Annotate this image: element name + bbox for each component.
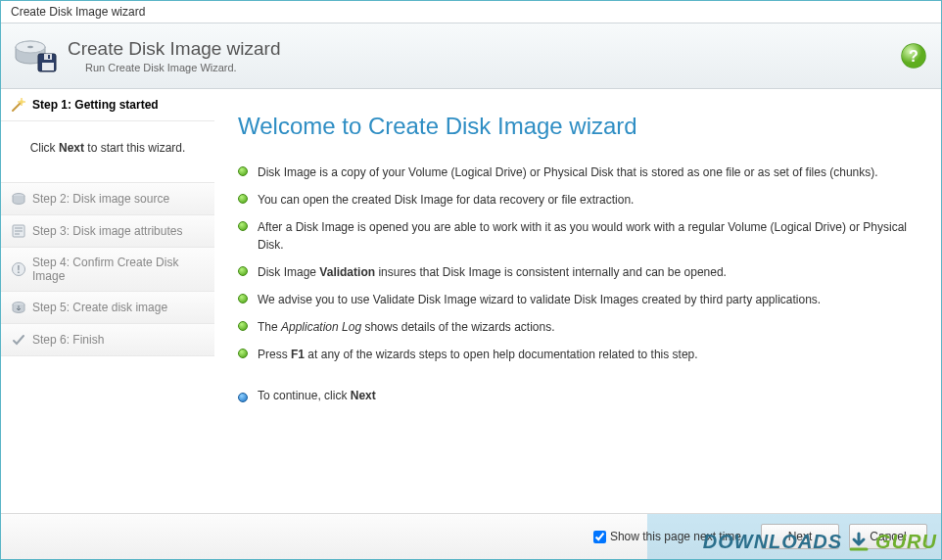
bullet-text: Disk Image is a copy of your Volume (Log… — [258, 163, 878, 181]
confirm-icon: ! — [11, 261, 26, 277]
sidebar-step-6[interactable]: Step 6: Finish — [1, 324, 214, 356]
bullet-item: We advise you to use Validate Disk Image… — [238, 291, 914, 308]
svg-text:?: ? — [909, 48, 918, 65]
bullet-item: Press F1 at any of the wizards steps to … — [238, 346, 914, 363]
bullet-item: You can open the created Disk Image for … — [238, 191, 914, 209]
svg-rect-6 — [42, 63, 54, 70]
bullet-dot-icon — [238, 294, 248, 303]
disk-image-icon — [15, 36, 58, 75]
sidebar-step-label: Step 1: Getting started — [32, 98, 159, 112]
bullet-text: After a Disk Image is opened you are abl… — [258, 218, 914, 254]
sidebar-step-1[interactable]: Step 1: Getting started — [1, 89, 214, 121]
sidebar-step-label: Step 2: Disk image source — [32, 192, 169, 206]
bullet-dot-icon — [238, 349, 248, 358]
sidebar-step-label: Step 4: Confirm Create Disk Image — [32, 256, 205, 283]
bullet-text: Disk Image Validation insures that Disk … — [258, 263, 727, 281]
sidebar-step-label: Step 6: Finish — [32, 333, 104, 347]
show-next-time[interactable]: Show this page next time — [593, 530, 741, 543]
sidebar-step-label: Step 3: Disk image attributes — [32, 224, 182, 238]
header-subtitle: Run Create Disk Image Wizard. — [85, 62, 281, 73]
sidebar-instruction: Click Next to start this wizard. — [1, 121, 214, 183]
bullet-text: We advise you to use Validate Disk Image… — [258, 291, 821, 308]
finish-check-icon — [11, 332, 26, 348]
attributes-icon — [11, 223, 26, 239]
svg-text:!: ! — [17, 264, 20, 275]
arrow-bullet-icon — [238, 393, 248, 402]
bullet-dot-icon — [238, 221, 248, 231]
wizard-sidebar: Step 1: Getting started Click Next to st… — [1, 89, 214, 513]
bullet-dot-icon — [238, 321, 248, 331]
welcome-title: Welcome to Create Disk Image wizard — [238, 113, 914, 140]
bullet-item: After a Disk Image is opened you are abl… — [238, 218, 914, 254]
disk-source-icon — [11, 191, 26, 207]
bullet-text: You can open the created Disk Image for … — [258, 191, 634, 209]
sidebar-step-5[interactable]: Step 5: Create disk image — [1, 292, 214, 324]
continue-instruction: To continue, click Next — [238, 389, 914, 402]
sidebar-step-label: Step 5: Create disk image — [32, 301, 167, 314]
window-title: Create Disk Image wizard — [11, 5, 145, 19]
bullet-item: Disk Image is a copy of your Volume (Log… — [238, 163, 914, 181]
next-button[interactable]: Next — [761, 524, 839, 549]
show-next-label: Show this page next time — [610, 530, 741, 543]
bullet-dot-icon — [238, 266, 248, 276]
show-next-checkbox[interactable] — [593, 531, 606, 543]
bullet-list: Disk Image is a copy of your Volume (Log… — [238, 163, 914, 363]
window-titlebar: Create Disk Image wizard — [1, 1, 941, 23]
continue-text: To continue, click Next — [258, 389, 376, 402]
header-title: Create Disk Image wizard — [68, 38, 281, 60]
sidebar-step-4[interactable]: ! Step 4: Confirm Create Disk Image — [1, 248, 214, 292]
svg-point-2 — [27, 46, 33, 48]
bullet-dot-icon — [238, 194, 248, 204]
wizard-header: Create Disk Image wizard Run Create Disk… — [1, 23, 941, 89]
cancel-button[interactable]: Cancel — [849, 524, 927, 549]
svg-point-10 — [20, 100, 24, 104]
bullet-item: The Application Log shows details of the… — [238, 318, 914, 336]
wizard-footer: Show this page next time Next Cancel DOW… — [1, 513, 941, 559]
bullet-item: Disk Image Validation insures that Disk … — [238, 263, 914, 281]
bullet-text: Press F1 at any of the wizards steps to … — [258, 346, 698, 363]
create-icon — [11, 300, 26, 315]
help-button[interactable]: ? — [900, 42, 927, 70]
wand-icon — [11, 97, 26, 113]
sidebar-step-2[interactable]: Step 2: Disk image source — [1, 183, 214, 215]
bullet-text: The Application Log shows details of the… — [258, 318, 555, 336]
svg-rect-5 — [48, 55, 50, 59]
bullet-dot-icon — [238, 166, 248, 176]
wizard-content: Welcome to Create Disk Image wizard Disk… — [214, 89, 941, 513]
sidebar-step-3[interactable]: Step 3: Disk image attributes — [1, 215, 214, 248]
